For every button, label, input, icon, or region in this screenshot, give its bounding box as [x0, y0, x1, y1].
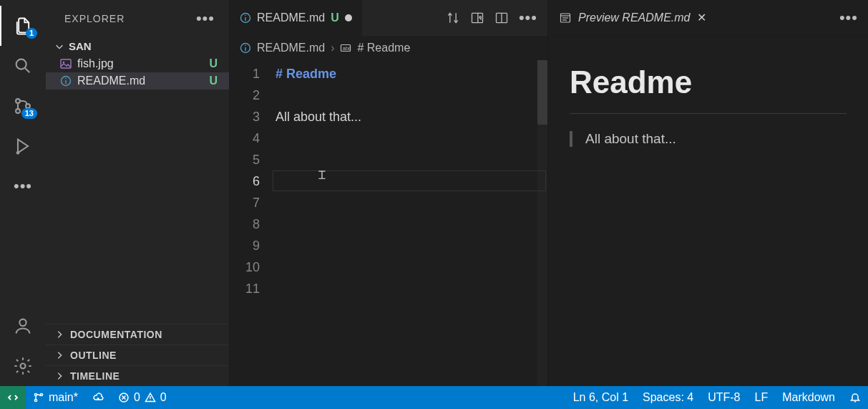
activity-search[interactable] [0, 46, 46, 86]
account-icon [13, 316, 33, 336]
preview-h1: Readme [570, 64, 847, 114]
section-timeline[interactable]: TIMELINE [46, 365, 229, 386]
sync-button[interactable] [85, 386, 111, 409]
preview-tab-label: Preview README.md [578, 11, 690, 24]
tab-dirty-indicator [345, 14, 352, 21]
activity-debug[interactable] [0, 126, 46, 166]
branch-button[interactable]: main* [26, 386, 85, 409]
code-editor[interactable]: 1 2 3 4 5 6 7 8 9 10 11 # ReadmeAll abou… [230, 60, 547, 386]
svg-point-31 [34, 399, 36, 401]
preview-pane: Preview README.md ✕ ••• Readme All about… [547, 0, 868, 386]
section-label: OUTLINE [70, 350, 117, 361]
open-preview-side-icon[interactable] [470, 11, 484, 25]
remote-button[interactable] [0, 386, 26, 409]
svg-point-12 [65, 78, 67, 80]
warning-count: 0 [160, 391, 167, 404]
explorer-badge: 1 [26, 28, 37, 39]
svg-point-9 [63, 62, 65, 64]
activity-scm[interactable]: 13 [0, 86, 46, 126]
file-status: U [209, 74, 222, 87]
section-outline[interactable]: OUTLINE [46, 345, 229, 365]
more-horizontal-icon: ••• [839, 9, 858, 27]
info-icon [240, 42, 251, 54]
preview-tabs: Preview README.md ✕ ••• [548, 0, 868, 36]
svg-point-5 [16, 151, 20, 155]
breadcrumb-file: README.md [257, 42, 325, 54]
minimap[interactable] [537, 60, 547, 386]
remote-icon [7, 392, 19, 403]
search-icon [13, 56, 33, 76]
svg-point-37 [150, 400, 150, 400]
svg-point-18 [479, 16, 482, 19]
indentation[interactable]: Spaces: 4 [635, 386, 701, 409]
sidebar-header: EXPLORER ••• [46, 0, 229, 37]
svg-point-15 [245, 15, 246, 16]
debug-icon [13, 136, 33, 156]
breadcrumb[interactable]: README.md › abc # Readme [230, 36, 547, 60]
editor-actions: ••• [436, 0, 547, 36]
file-item-fish[interactable]: fish.jpg U [46, 55, 229, 72]
svg-text:abc: abc [343, 46, 351, 51]
sidebar: EXPLORER ••• SAN fish.jpg U README.md U … [46, 0, 229, 386]
gutter: 1 2 3 4 5 6 7 8 9 10 11 [230, 60, 273, 386]
cursor-position[interactable]: Ln 6, Col 1 [566, 386, 635, 409]
chevron-right-icon [54, 329, 64, 340]
sidebar-more-button[interactable]: ••• [196, 9, 215, 28]
language-mode[interactable]: Markdown [775, 386, 842, 409]
svg-point-23 [245, 45, 246, 47]
svg-point-30 [34, 393, 36, 395]
file-name: fish.jpg [72, 57, 209, 70]
activity-explorer[interactable]: 1 [0, 6, 46, 46]
svg-point-32 [40, 393, 42, 395]
file-item-readme[interactable]: README.md U [46, 72, 229, 90]
preview-actions: ••• [829, 0, 868, 35]
preview-icon [560, 12, 571, 24]
chevron-right-icon [54, 371, 64, 381]
activity-settings[interactable] [0, 346, 46, 386]
image-icon [60, 58, 72, 69]
error-icon [118, 392, 130, 403]
breadcrumb-symbol: # Readme [357, 42, 410, 54]
preview-body: Readme All about that... [548, 36, 868, 386]
section-label: DOCUMENTATION [70, 329, 162, 340]
file-status: U [209, 57, 222, 70]
encoding[interactable]: UTF-8 [701, 386, 747, 409]
close-icon[interactable]: ✕ [697, 11, 706, 24]
split-editor-icon[interactable] [494, 11, 509, 25]
gear-icon [13, 356, 33, 376]
preview-more-button[interactable]: ••• [839, 9, 858, 27]
folder-name: SAN [69, 40, 92, 52]
eol[interactable]: LF [748, 386, 776, 409]
branch-name: main* [49, 391, 78, 404]
tab-preview[interactable]: Preview README.md ✕ [548, 0, 718, 35]
svg-point-6 [19, 319, 26, 326]
svg-point-0 [16, 59, 26, 69]
folder-header[interactable]: SAN [46, 37, 229, 55]
bell-icon [849, 392, 861, 403]
tab-readme[interactable]: README.md U [230, 0, 363, 36]
section-label: TIMELINE [70, 370, 120, 382]
info-icon [240, 12, 251, 24]
section-documentation[interactable]: DOCUMENTATION [46, 324, 229, 345]
problems-button[interactable]: 0 0 [111, 386, 174, 409]
editor-more-button[interactable]: ••• [519, 9, 537, 27]
activity-more[interactable]: ••• [0, 166, 46, 206]
svg-rect-8 [61, 59, 71, 68]
activity-bar: 1 13 ••• [0, 0, 46, 386]
more-horizontal-icon: ••• [519, 9, 537, 27]
error-count: 0 [134, 391, 140, 404]
notifications-button[interactable] [842, 386, 868, 409]
breadcrumb-separator: › [331, 42, 334, 54]
symbol-string-icon: abc [340, 42, 351, 54]
activity-account[interactable] [0, 306, 46, 346]
editor-pane: README.md U ••• README.md › abc # Readme [229, 0, 547, 386]
compare-icon[interactable] [446, 11, 460, 25]
chevron-right-icon [54, 350, 64, 360]
tab-label: README.md [257, 11, 325, 24]
scm-badge: 13 [21, 108, 37, 119]
tab-scm-status: U [331, 11, 339, 24]
svg-point-7 [21, 364, 26, 369]
cloud-icon [92, 392, 104, 403]
editor-area: README.md U ••• README.md › abc # Readme [229, 0, 868, 386]
info-icon [60, 75, 72, 87]
